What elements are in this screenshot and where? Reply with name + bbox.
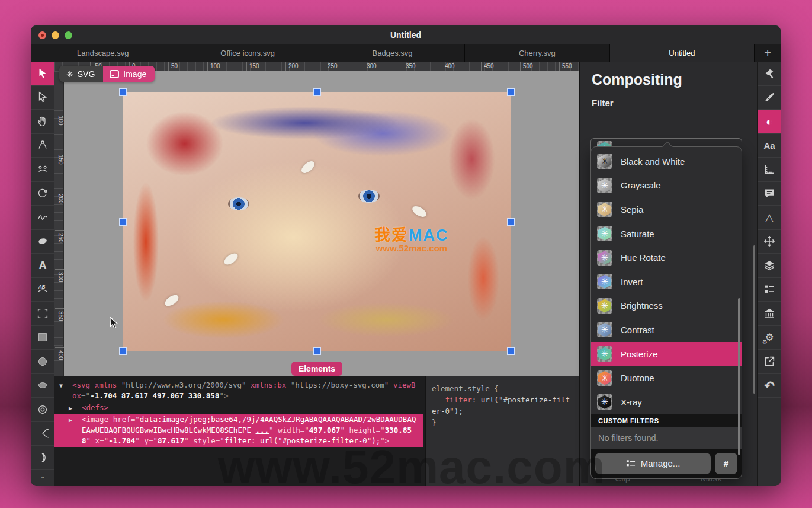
tab-arrange[interactable]: [758, 230, 781, 254]
window-title: Untitled: [31, 30, 781, 40]
photo-watermark: 我爱MAC www.52mac.com: [374, 227, 449, 253]
selection-handle[interactable]: [313, 347, 321, 355]
tab-generators[interactable]: ⚙ ⚙: [758, 326, 781, 350]
tab-fill[interactable]: [758, 62, 781, 86]
filter-menu-item[interactable]: ✳ X-ray: [591, 390, 742, 414]
tab-shape[interactable]: △: [758, 206, 781, 230]
tool-pen[interactable]: [31, 134, 54, 158]
tool-arc[interactable]: [31, 182, 54, 206]
selection-handle[interactable]: [119, 88, 127, 96]
code-line: ▶<defs>: [54, 402, 423, 414]
triangle-icon: △: [765, 212, 774, 223]
ruler-tick: 50: [168, 62, 178, 71]
contrast-icon: ◐: [766, 116, 773, 127]
toolbar-scroll-arrow[interactable]: ⌃: [31, 475, 54, 483]
filter-menu-item[interactable]: ✳ Posterize: [591, 342, 742, 366]
tool-pie[interactable]: [31, 422, 54, 446]
tab-comments[interactable]: [758, 182, 781, 206]
view-box-icon: [36, 307, 49, 320]
disclosure-arrow[interactable]: ▶: [69, 415, 72, 426]
document-tab[interactable]: Office icons.svg: [175, 44, 320, 62]
tab-label: Cherry.svg: [519, 49, 556, 57]
nail: [300, 159, 317, 175]
filter-item-label: Saturate: [621, 229, 654, 239]
breadcrumb-svg-button[interactable]: ✳ SVG: [59, 66, 103, 82]
tab-defs[interactable]: [758, 278, 781, 302]
node-cursor-icon: [36, 91, 49, 104]
filter-item-label: Grayscale: [621, 180, 661, 190]
filter-menu-item[interactable]: ✳ Hue Rotate: [591, 245, 742, 270]
document-tab[interactable]: Badges.svg: [320, 44, 465, 62]
ruler-tick: 350: [403, 62, 416, 71]
selection-handle[interactable]: [119, 347, 127, 355]
element-style-panel[interactable]: element.style { filter: url("#posterize-…: [425, 376, 579, 486]
canvas-area[interactable]: 我爱MAC www.52mac.com -5005010015020025030…: [54, 62, 579, 376]
tool-ellipse[interactable]: [31, 374, 54, 398]
ruler-tick: 100: [207, 62, 220, 71]
disclosure-arrow[interactable]: ▶: [69, 403, 72, 414]
filter-menu-item[interactable]: ✳ Saturate: [591, 222, 742, 246]
selection-handle[interactable]: [313, 88, 321, 96]
ruler-vertical: 100150200250300350400: [54, 71, 64, 376]
photo-image[interactable]: 我爱MAC www.52mac.com: [123, 92, 511, 351]
tool-select[interactable]: [31, 62, 54, 86]
xml-editor[interactable]: ▼<svg xmlns="http://www.w3.org/2000/svg"…: [54, 376, 425, 486]
small-gear-icon: ⚙: [762, 339, 768, 345]
elements-button[interactable]: Elements: [291, 362, 342, 376]
tool-node-select[interactable]: [31, 86, 54, 110]
panel-scrollbar[interactable]: [753, 245, 755, 394]
filter-menu-item[interactable]: ✳ Invert: [591, 270, 742, 294]
document-tab[interactable]: Cherry.svg: [465, 44, 609, 62]
document-tab[interactable]: Untitled: [610, 44, 755, 62]
filter-menu-item[interactable]: ✳ Contrast: [591, 318, 742, 342]
popup-scrollbar[interactable]: [738, 298, 740, 455]
undo-icon: ↶: [764, 379, 775, 392]
tab-undo[interactable]: ↶: [758, 374, 781, 398]
hash-button[interactable]: #: [715, 453, 737, 474]
tool-crescent[interactable]: [31, 446, 54, 470]
filter-menu-item[interactable]: ✳ Brightness: [591, 294, 742, 318]
filter-menu-item[interactable]: ✳ Sepia: [591, 197, 742, 222]
filter-icon: ✳: [597, 202, 612, 217]
tool-view-box[interactable]: [31, 302, 54, 326]
tool-text[interactable]: A: [31, 254, 54, 278]
filter-item-label: Sepia: [621, 205, 643, 215]
tool-blob[interactable]: [31, 230, 54, 254]
filter-menu-item[interactable]: ✳ Duotone: [591, 366, 742, 390]
tool-rectangle[interactable]: [31, 326, 54, 350]
tool-freehand[interactable]: [31, 206, 54, 230]
selection-handle[interactable]: [507, 218, 515, 226]
document-tab[interactable]: Landscape.svg: [31, 44, 175, 62]
tab-export[interactable]: [758, 350, 781, 374]
tool-edit-points[interactable]: [31, 158, 54, 182]
selection-handle[interactable]: [507, 347, 515, 355]
disclosure-arrow[interactable]: ▼: [59, 381, 63, 391]
tool-hand[interactable]: [31, 110, 54, 134]
tool-circle[interactable]: [31, 350, 54, 374]
tab-geometry[interactable]: [758, 158, 781, 182]
tab-typography[interactable]: Aa: [758, 134, 781, 158]
manage-button[interactable]: Manage...: [595, 453, 711, 474]
tool-donut[interactable]: [31, 398, 54, 422]
style-code: element.style { filter: url("#posterize-…: [432, 383, 573, 428]
library-icon: [763, 307, 776, 320]
filter-menu-item[interactable]: ✳ Black and White: [591, 149, 742, 174]
filter-menu-item[interactable]: ✳ Grayscale: [591, 174, 742, 198]
compositing-panel: Compositing Filter ✳ Posterize Clip Mask: [579, 62, 757, 486]
fill-brush-icon: [763, 67, 776, 80]
tab-stroke[interactable]: [758, 86, 781, 110]
style-line: element.style {: [432, 383, 573, 394]
tab-label: Landscape.svg: [77, 49, 129, 57]
tool-text-path[interactable]: AB: [31, 278, 54, 302]
tab-layers[interactable]: [758, 254, 781, 278]
ellipse-icon: [36, 379, 49, 392]
tab-compositing[interactable]: ◐: [758, 110, 781, 134]
filter-icon: ✳: [597, 346, 612, 362]
filter-item-label: Duotone: [621, 373, 654, 383]
breadcrumb-image-button[interactable]: Image: [103, 66, 155, 82]
tab-library[interactable]: [758, 302, 781, 326]
selection-handle[interactable]: [507, 88, 515, 96]
selection-handle[interactable]: [119, 218, 127, 226]
new-tab-button[interactable]: +: [755, 44, 781, 62]
nail: [410, 204, 428, 219]
